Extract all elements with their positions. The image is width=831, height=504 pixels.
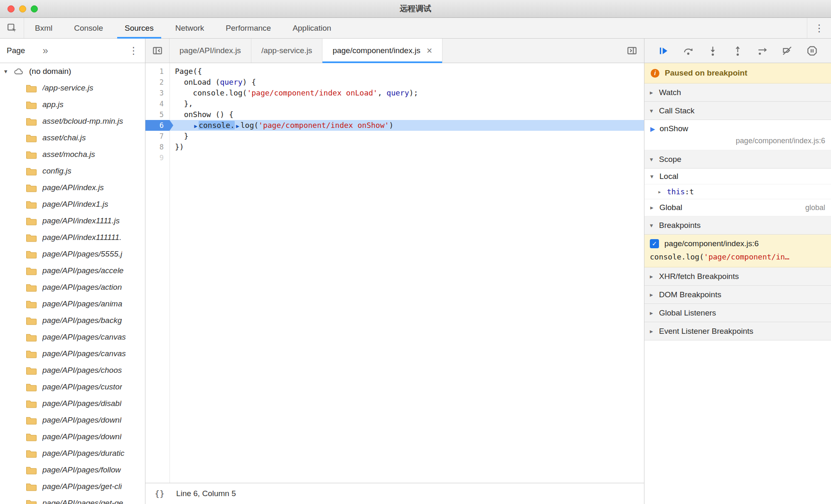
section-watch[interactable]: Watch [644,83,831,102]
section-call-stack[interactable]: Call Stack [644,102,831,120]
file-tree-item[interactable]: page/API/pages/get-ge [0,495,145,504]
line-number[interactable]: 6 [145,120,170,131]
execution-line[interactable]: 6 ▶console.▶log('page/component/index on… [145,120,644,131]
show-debugger-button[interactable] [620,39,644,63]
file-tree-item[interactable]: page/API/pages/choos [0,362,145,379]
editor-tab[interactable]: page/component/index.js [322,39,443,63]
code-line[interactable]: 3 console.log('page/component/index onLo… [145,88,644,98]
code-line[interactable]: 2 onLoad (query) { [145,77,644,88]
file-tree-item[interactable]: page/API/pages/downl [0,412,145,428]
file-tree-item[interactable]: page/API/pages/action [0,279,145,296]
hide-navigator-button[interactable] [145,39,170,63]
panel-collapse-left-icon [152,45,163,56]
file-tree-item[interactable]: page/API/pages/downl [0,428,145,445]
breakpoint-checkbox[interactable] [650,239,659,248]
file-tree-item[interactable]: page/API/index1111.js [0,213,145,229]
continue-to-here-icon[interactable]: ▶ [235,123,241,129]
file-tree-item[interactable]: page/API/pages/accele [0,262,145,279]
file-tree-item[interactable]: page/API/pages/get-cli [0,478,145,495]
line-number[interactable]: 4 [145,98,170,109]
section-label: Global Listeners [659,308,716,318]
line-number[interactable]: 3 [145,88,170,98]
navigator-menu-button[interactable] [129,45,138,56]
file-tree-item[interactable]: asset/mocha.js [0,146,145,163]
zoom-window-button[interactable] [31,5,38,12]
line-number[interactable]: 9 [145,152,170,163]
file-tree-item[interactable]: asset/bcloud-mp.min.js [0,113,145,130]
scope-local-row[interactable]: Local [644,169,831,184]
code-line[interactable]: 7 } [145,131,644,142]
file-tree-item[interactable]: page/API/pages/backg [0,312,145,329]
tab-bxml[interactable]: Bxml [24,18,63,38]
deactivate-breakpoints-button[interactable] [781,44,794,57]
scope-global-row[interactable]: Global global [644,199,831,216]
section-breakpoints[interactable]: Breakpoints [644,216,831,235]
line-number[interactable]: 2 [145,77,170,88]
section-label: Breakpoints [659,221,701,230]
breakpoint-entry[interactable]: page/component/index.js:6 console.log('p… [644,235,831,267]
section-dom-breakpoints[interactable]: DOM Breakpoints [644,286,831,304]
file-tree-root[interactable]: (no domain) [0,63,145,80]
scope-this-row[interactable]: this: t [644,184,831,199]
section-xhr-breakpoints[interactable]: XHR/fetch Breakpoints [644,267,831,286]
tab-application[interactable]: Application [282,18,342,38]
code-line[interactable]: 1Page({ [145,66,644,77]
window-title: 远程调试 [400,3,431,14]
inspect-element-button[interactable] [0,18,24,38]
pretty-print-button[interactable]: {} [155,489,165,499]
file-tree-item[interactable]: page/API/index111111. [0,229,145,246]
close-window-button[interactable] [7,5,15,12]
file-tree-item[interactable]: page/API/pages/follow [0,462,145,478]
file-tree-item[interactable]: page/API/pages/5555.j [0,246,145,262]
line-number[interactable]: 5 [145,109,170,120]
more-tabs-chevron-icon[interactable] [42,46,48,56]
section-event-listener-breakpoints[interactable]: Event Listener Breakpoints [644,322,831,340]
file-tree-item[interactable]: page/API/index1.js [0,196,145,213]
minimize-window-button[interactable] [19,5,26,12]
section-scope[interactable]: Scope [644,150,831,169]
close-tab-icon[interactable] [427,46,432,56]
devtools-menu-button[interactable] [807,18,831,38]
section-global-listeners[interactable]: Global Listeners [644,304,831,322]
file-tree-item[interactable]: page/API/pages/custor [0,379,145,395]
line-number[interactable]: 8 [145,142,170,152]
tab-console[interactable]: Console [63,18,114,38]
editor-tab[interactable]: page/API/index.js [170,39,251,63]
tab-network[interactable]: Network [165,18,215,38]
code-line[interactable]: 9 [145,152,644,163]
step-button[interactable] [756,44,769,57]
file-tree-item[interactable]: app.js [0,96,145,113]
editor-tab[interactable]: /app-service.js [251,39,323,63]
file-tree-item[interactable]: page/API/pages/canvas [0,345,145,362]
line-number[interactable]: 7 [145,131,170,142]
step-out-button[interactable] [731,44,744,57]
breakpoint-code-snippet[interactable]: console.log('page/component/in… [650,251,826,263]
tab-sources[interactable]: Sources [114,18,165,38]
frame-location[interactable]: page/component/index.js:6 [650,135,825,147]
disclosure-triangle-icon[interactable] [4,68,13,75]
file-tree-item[interactable]: page/API/pages/disabl [0,395,145,412]
pause-on-exceptions-button[interactable] [806,44,818,57]
folder-icon [26,433,37,441]
navigator-tab-page[interactable]: Page [7,46,25,55]
resume-button[interactable] [657,44,670,57]
continue-to-here-icon[interactable]: ▶ [193,123,199,129]
call-stack-frame[interactable]: onShow page/component/index.js:6 [644,120,831,150]
code-line[interactable]: 5 onShow () { [145,109,644,120]
file-tree-item[interactable]: /app-service.js [0,80,145,96]
step-into-button[interactable] [707,44,719,57]
code-viewport[interactable]: 1Page({2 onLoad (query) {3 console.log('… [145,63,644,483]
file-name: asset/mocha.js [42,150,95,159]
file-tree-item[interactable]: page/API/index.js [0,179,145,196]
code-line[interactable]: 4 }, [145,98,644,109]
file-tree-item[interactable]: page/API/pages/canvas [0,329,145,345]
file-tree-item[interactable]: config.js [0,163,145,179]
line-number[interactable]: 1 [145,66,170,77]
code-line[interactable]: 8}) [145,142,644,152]
file-tree-item[interactable]: asset/chai.js [0,130,145,146]
folder-icon [26,300,37,308]
step-over-button[interactable] [682,44,694,57]
tab-performance[interactable]: Performance [215,18,282,38]
file-tree-item[interactable]: page/API/pages/anima [0,296,145,312]
file-tree-item[interactable]: page/API/pages/duratic [0,445,145,462]
